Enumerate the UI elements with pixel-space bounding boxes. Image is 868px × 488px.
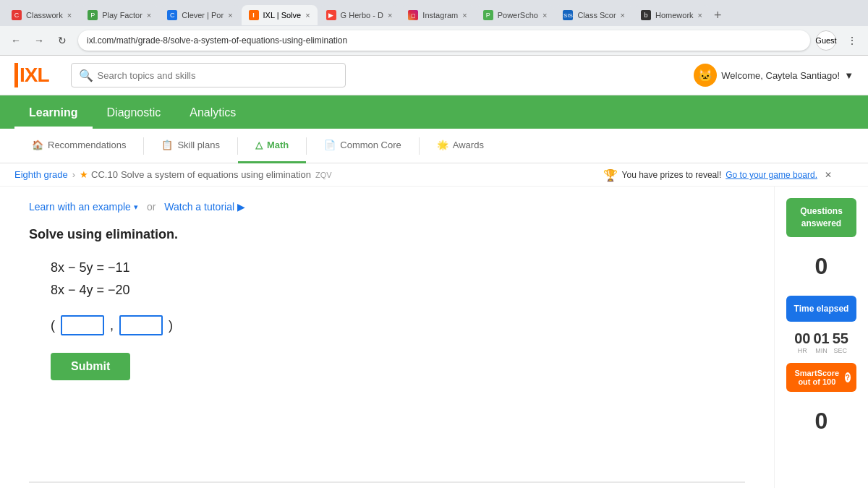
learn-label: Learn with an example (29, 201, 131, 213)
tab-homework[interactable]: b Homework × (634, 5, 710, 25)
sub-nav-math[interactable]: △ Math (238, 129, 306, 163)
comma: , (110, 318, 114, 333)
prize-close-button[interactable]: ✕ (825, 170, 832, 180)
qa-label: Questions answered (800, 206, 843, 228)
prize-text: You have prizes to reveal! (622, 170, 722, 180)
profile-button[interactable]: Guest (816, 30, 836, 51)
tab-clever[interactable]: C Clever | Por × (160, 5, 239, 25)
learn-chevron-icon: ▾ (134, 202, 138, 212)
sub-nav-label-common-core: Common Core (340, 140, 401, 150)
prize-link[interactable]: Go to your game board. (726, 170, 817, 180)
open-paren: ( (51, 318, 55, 333)
breadcrumb-star: ★ (80, 169, 88, 180)
close-paren: ) (169, 318, 173, 333)
new-tab-button[interactable]: + (711, 8, 725, 23)
content-area: Learn with an example ▾ or Watch a tutor… (0, 187, 868, 488)
timer-sec-col: 55 SEC (833, 330, 848, 354)
forward-button[interactable]: → (29, 30, 49, 51)
timer-display: 00 HR 01 MIN 55 SEC (794, 330, 848, 354)
timer-min: 01 (813, 330, 829, 347)
smart-count: 0 (808, 401, 835, 442)
prize-banner: 🏆 You have prizes to reveal! Go to your … (603, 168, 832, 181)
sub-nav-label-skill-plans: Skill plans (177, 140, 220, 150)
timer-hr: 00 (794, 330, 810, 347)
learn-with-example-button[interactable]: Learn with an example ▾ (29, 201, 138, 213)
nav-item-diagnostic[interactable]: Diagnostic (93, 98, 176, 129)
welcome-text: Welcome, Caytela Santiago! (721, 70, 840, 81)
timer-min-col: 01 MIN (813, 330, 829, 354)
breadcrumb-skill-code: CC.10 (91, 169, 118, 180)
math-icon: △ (255, 140, 263, 150)
timer-hr-label: HR (794, 347, 810, 354)
questions-answered-box: Questions answered (786, 198, 856, 237)
search-box[interactable]: 🔍 (71, 63, 346, 87)
tab-classwork[interactable]: C Classwork × (4, 5, 79, 25)
equation-2: 8x − 4y = −20 (51, 279, 745, 301)
search-icon: 🔍 (79, 69, 93, 82)
tab-bar: C Classwork × P Play Factor × C Clever |… (0, 0, 868, 26)
common-core-icon: 📄 (324, 140, 336, 150)
chevron-down-icon[interactable]: ▼ (844, 70, 854, 81)
problem-title: Solve using elimination. (29, 227, 745, 242)
sub-nav-label-recommendations: Recommendations (48, 140, 126, 150)
address-input[interactable] (78, 30, 810, 51)
sub-nav-recommendations[interactable]: 🏠 Recommendations (14, 129, 143, 163)
breadcrumb-separator: › (72, 169, 75, 180)
tab-instagram[interactable]: ◻ Instagram × (401, 5, 474, 25)
smart-score-help-icon[interactable]: ? (845, 372, 851, 382)
welcome-area: 🐱 Welcome, Caytela Santiago! ▼ (694, 64, 854, 87)
back-button[interactable]: ← (6, 30, 26, 51)
browser-chrome: C Classwork × P Play Factor × C Clever |… (0, 0, 868, 56)
sub-nav-awards[interactable]: 🌟 Awards (420, 129, 501, 163)
tab-playfactor[interactable]: P Play Factor × (80, 5, 158, 25)
smart-label: SmartScore out of 100 (792, 369, 842, 386)
tab-classscore[interactable]: SIS Class Scor × (556, 5, 632, 25)
watch-label: Watch a tutorial (164, 201, 234, 213)
tab-powerschool[interactable]: P PowerScho × (476, 5, 555, 25)
answer-row: ( , ) (51, 315, 745, 335)
answer-y-input[interactable] (119, 315, 163, 335)
logo-text: IXL (20, 64, 49, 87)
play-icon: ▶ (237, 201, 245, 213)
breadcrumb-grade[interactable]: Eighth grade (14, 169, 68, 180)
sub-nav: 🏠 Recommendations 📋 Skill plans △ Math 📄… (0, 129, 868, 163)
timer-sec: 55 (833, 330, 848, 347)
tab-gherbo[interactable]: ▶ G Herbo - D × (319, 5, 400, 25)
qa-count: 0 (808, 246, 835, 287)
prize-icon: 🏆 (603, 168, 618, 181)
more-options-button[interactable]: ⋮ (842, 30, 862, 51)
breadcrumb: Eighth grade › ★ CC.10 Solve a system of… (0, 163, 868, 187)
tab-ixl[interactable]: I IXL | Solve × (242, 5, 318, 25)
reload-button[interactable]: ↻ (52, 30, 72, 51)
answer-x-input[interactable] (61, 315, 104, 335)
or-text: or (147, 201, 156, 213)
sub-nav-skill-plans[interactable]: 📋 Skill plans (144, 129, 237, 163)
avatar: 🐱 (694, 64, 717, 87)
work-section: Work it out Not feeling ready yet? These… (29, 481, 745, 488)
timer-min-label: MIN (813, 347, 829, 354)
problem-area: Learn with an example ▾ or Watch a tutor… (0, 187, 774, 488)
learn-bar: Learn with an example ▾ or Watch a tutor… (29, 201, 745, 213)
sub-nav-label-awards: Awards (453, 140, 484, 150)
sub-nav-label-math: Math (267, 140, 289, 150)
timer-sec-label: SEC (833, 347, 848, 354)
awards-icon: 🌟 (437, 140, 448, 150)
browser-nav-buttons: ← → ↻ (6, 30, 72, 51)
timer-hr-col: 00 HR (794, 330, 810, 354)
breadcrumb-zqv: ZQV (315, 171, 332, 179)
ixl-header: IXL 🔍 🐱 Welcome, Caytela Santiago! ▼ (0, 56, 868, 95)
breadcrumb-skill-label: Solve a system of equations using elimin… (121, 169, 311, 180)
recommendations-icon: 🏠 (32, 140, 43, 150)
search-input[interactable] (98, 70, 338, 81)
smart-score-box: SmartScore out of 100 ? (786, 363, 856, 392)
nav-item-learning[interactable]: Learning (14, 98, 93, 129)
main-nav: Learning Diagnostic Analytics (0, 95, 868, 129)
sub-nav-common-core[interactable]: 📄 Common Core (307, 129, 419, 163)
watch-tutorial-button[interactable]: Watch a tutorial ▶ (164, 201, 245, 213)
sidebar: Questions answered 0 Time elapsed 00 HR … (774, 187, 868, 488)
submit-button[interactable]: Submit (51, 353, 130, 380)
nav-item-analytics[interactable]: Analytics (175, 98, 250, 129)
skill-plans-icon: 📋 (161, 140, 173, 150)
ixl-logo[interactable]: IXL (14, 63, 49, 87)
address-bar-row: ← → ↻ Guest ⋮ (0, 26, 868, 55)
